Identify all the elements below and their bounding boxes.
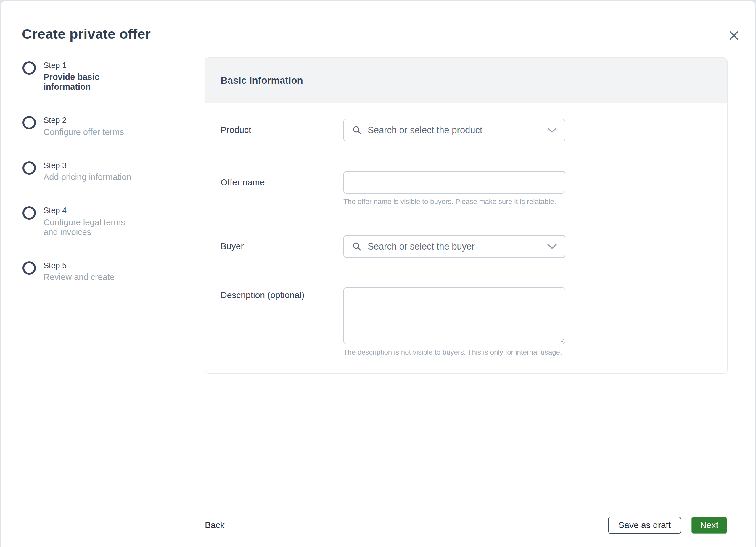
step-3-label: Step 3 — [44, 161, 132, 170]
step-2-title: Configure offer terms — [44, 127, 132, 137]
offer-name-helper: The offer name is visible to buyers. Ple… — [343, 197, 565, 206]
offer-name-row: Offer name The offer name is visible to … — [221, 171, 727, 206]
step-3-circle-icon — [22, 161, 36, 175]
steps-nav: Step 1 Provide basic information Step 2 … — [22, 61, 147, 306]
close-button[interactable] — [727, 29, 741, 42]
product-select-placeholder: Search or select the product — [368, 125, 547, 136]
description-row: Description (optional) The description i… — [221, 287, 727, 356]
step-1-title: Provide basic information — [44, 72, 132, 92]
step-item-1[interactable]: Step 1 Provide basic information — [22, 61, 147, 92]
buyer-select-placeholder: Search or select the buyer — [368, 241, 547, 252]
step-4-title: Configure legal terms and invoices — [44, 218, 132, 237]
next-button[interactable]: Next — [691, 517, 727, 534]
step-4-circle-icon — [22, 206, 36, 220]
close-icon — [729, 31, 738, 40]
step-2-label: Step 2 — [44, 115, 132, 125]
back-button[interactable]: Back — [205, 520, 225, 530]
create-private-offer-dialog: Create private offer Step 1 Provide basi… — [1, 1, 755, 547]
step-2-circle-icon — [22, 116, 36, 129]
step-item-4[interactable]: Step 4 Configure legal terms and invoice… — [22, 206, 147, 237]
search-icon — [352, 126, 362, 135]
offer-name-input[interactable] — [343, 171, 565, 194]
buyer-select[interactable]: Search or select the buyer — [343, 235, 565, 258]
product-row: Product Search or select the product — [221, 119, 727, 141]
description-label: Description (optional) — [221, 287, 343, 300]
search-icon — [352, 242, 362, 251]
step-5-title: Review and create — [44, 272, 132, 282]
chevron-down-icon — [547, 244, 557, 250]
basic-information-panel: Basic information Product Search or sele… — [205, 57, 728, 374]
offer-name-label: Offer name — [221, 171, 343, 187]
step-item-2[interactable]: Step 2 Configure offer terms — [22, 115, 147, 137]
step-5-label: Step 5 — [44, 261, 132, 270]
description-textarea[interactable] — [343, 287, 565, 344]
step-5-circle-icon — [22, 261, 36, 275]
step-4-label: Step 4 — [44, 206, 132, 215]
buyer-row: Buyer Search or select the buyer — [221, 235, 727, 258]
buyer-label: Buyer — [221, 235, 343, 251]
product-label: Product — [221, 119, 343, 135]
description-helper: The description is not visible to buyers… — [343, 348, 565, 356]
product-select[interactable]: Search or select the product — [343, 119, 565, 141]
save-as-draft-button[interactable]: Save as draft — [608, 517, 681, 534]
dialog-footer: Back Save as draft Next — [205, 516, 727, 534]
chevron-down-icon — [547, 127, 557, 133]
step-item-3[interactable]: Step 3 Add pricing information — [22, 161, 147, 182]
panel-title: Basic information — [221, 75, 303, 86]
step-1-circle-icon — [22, 61, 36, 75]
step-3-title: Add pricing information — [44, 172, 132, 182]
page-title: Create private offer — [22, 26, 151, 42]
step-item-5[interactable]: Step 5 Review and create — [22, 261, 147, 282]
panel-header: Basic information — [205, 58, 727, 103]
step-1-label: Step 1 — [44, 61, 132, 70]
